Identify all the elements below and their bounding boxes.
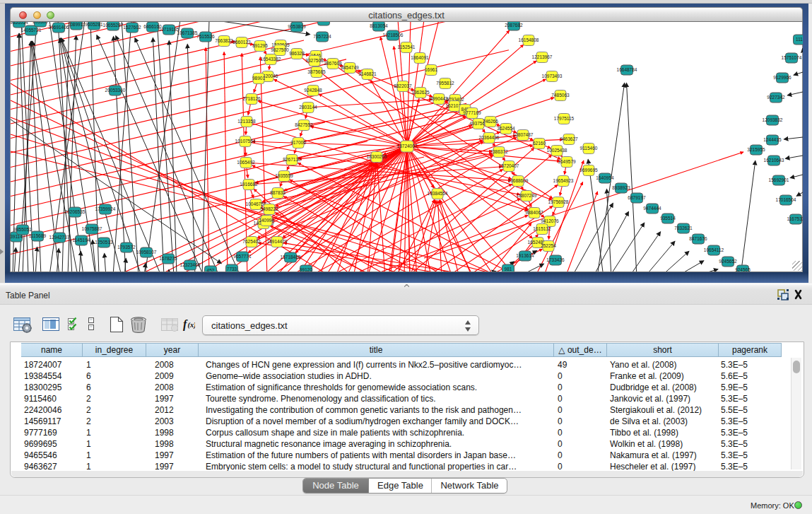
- svg-text:111: 111: [796, 37, 803, 42]
- svg-text:1935559: 1935559: [275, 173, 293, 178]
- svg-text:18724007: 18724007: [397, 144, 418, 148]
- svg-text:62160: 62160: [533, 141, 546, 146]
- svg-text:7625402: 7625402: [242, 239, 261, 244]
- svg-text:1089911: 1089911: [68, 22, 86, 27]
- svg-text:18807249: 18807249: [517, 193, 537, 198]
- svg-text:891295: 891295: [252, 43, 268, 48]
- svg-text:9605281: 9605281: [85, 22, 103, 27]
- svg-text:10975887: 10975887: [82, 226, 102, 231]
- svg-text:16154808: 16154808: [519, 37, 539, 42]
- svg-text:3875685: 3875685: [307, 69, 326, 74]
- svg-text:9146821: 9146821: [358, 71, 377, 76]
- svg-text:18300295: 18300295: [367, 154, 387, 159]
- svg-text:10973493: 10973493: [542, 74, 563, 78]
- svg-text:1065492: 1065492: [237, 160, 255, 165]
- svg-text:10025438: 10025438: [547, 148, 567, 153]
- svg-text:7386372: 7386372: [490, 149, 508, 154]
- svg-text:6879197: 6879197: [628, 195, 646, 200]
- svg-text:20364436: 20364436: [479, 135, 500, 140]
- svg-text:9245652: 9245652: [719, 259, 737, 264]
- svg-text:19384554: 19384554: [428, 191, 448, 196]
- svg-text:1213358: 1213358: [237, 119, 256, 124]
- svg-text:9855051: 9855051: [13, 227, 32, 232]
- svg-text:2087682: 2087682: [505, 23, 523, 28]
- svg-text:8427552: 8427552: [295, 122, 313, 127]
- svg-text:9827500: 9827500: [271, 47, 289, 52]
- svg-text:8267130: 8267130: [283, 157, 301, 162]
- svg-text:1733426: 1733426: [546, 257, 565, 262]
- svg-text:1167533: 1167533: [787, 216, 803, 221]
- svg-text:12323468: 12323468: [180, 262, 201, 267]
- svg-text:2867608: 2867608: [324, 61, 342, 66]
- svg-text:1640954: 1640954: [596, 175, 614, 180]
- svg-text:8822037: 8822037: [394, 83, 412, 88]
- svg-text:9777169: 9777169: [463, 110, 481, 115]
- svg-text:3624554: 3624554: [497, 126, 515, 131]
- svg-text:746266: 746266: [483, 119, 498, 124]
- svg-text:16648784: 16648784: [617, 67, 637, 72]
- svg-text:10671385: 10671385: [177, 30, 198, 35]
- svg-text:8660123: 8660123: [233, 40, 251, 45]
- svg-text:452: 452: [207, 268, 215, 271]
- svg-text:935514: 935514: [660, 216, 676, 221]
- svg-text:5498222: 5498222: [260, 206, 278, 211]
- svg-text:8813054: 8813054: [370, 23, 388, 28]
- svg-text:1615132: 1615132: [533, 226, 551, 231]
- svg-text:140994: 140994: [259, 218, 274, 223]
- svg-text:1678275: 1678275: [159, 256, 177, 261]
- svg-text:9053809: 9053809: [288, 24, 306, 29]
- svg-text:8454749: 8454749: [341, 65, 359, 70]
- svg-text:10046758: 10046758: [246, 201, 266, 206]
- svg-text:15692901: 15692901: [769, 177, 789, 182]
- svg-text:7663822: 7663822: [215, 38, 233, 43]
- svg-text:1115689: 1115689: [29, 233, 47, 238]
- svg-text:2718126: 2718126: [242, 96, 261, 101]
- svg-text:10719185: 10719185: [159, 27, 180, 32]
- svg-text:8471676: 8471676: [689, 236, 707, 241]
- svg-text:8990443: 8990443: [430, 96, 448, 101]
- svg-text:7733: 7733: [227, 267, 237, 271]
- svg-text:7357224: 7357224: [313, 34, 331, 39]
- svg-text:10655287: 10655287: [103, 23, 124, 28]
- svg-text:20691406: 20691406: [49, 25, 69, 30]
- svg-text:99120: 99120: [300, 267, 312, 271]
- svg-text:1152541: 1152541: [398, 45, 416, 49]
- svg-text:12213967: 12213967: [532, 54, 553, 59]
- svg-text:9327508: 9327508: [305, 58, 324, 63]
- svg-text:20206535: 20206535: [65, 209, 86, 214]
- svg-text:17975115: 17975115: [554, 116, 575, 121]
- svg-text:10688609: 10688609: [508, 178, 529, 183]
- svg-text:1145194: 1145194: [73, 238, 90, 243]
- svg-text:1649579: 1649579: [558, 159, 576, 164]
- svg-text:1244415: 1244415: [763, 137, 782, 142]
- svg-text:9129966: 9129966: [773, 75, 792, 80]
- svg-text:10654112: 10654112: [704, 247, 724, 252]
- svg-text:1527602: 1527602: [123, 25, 141, 30]
- svg-text:16914479: 16914479: [267, 239, 288, 244]
- svg-text:887833: 887833: [270, 190, 286, 195]
- svg-text:917006: 917006: [290, 140, 306, 145]
- svg-text:9699695: 9699695: [579, 168, 598, 173]
- svg-text:1793572: 1793572: [117, 245, 136, 250]
- svg-text:(x): (x): [188, 321, 196, 329]
- svg-text:252254: 252254: [541, 243, 556, 248]
- svg-text:1913614: 1913614: [516, 253, 534, 258]
- svg-text:15720407: 15720407: [499, 163, 519, 168]
- svg-text:9227342: 9227342: [767, 95, 785, 100]
- svg-text:1362625: 1362625: [411, 90, 430, 95]
- svg-text:17359924: 17359924: [95, 206, 116, 211]
- svg-text:2803144: 2803144: [299, 105, 317, 110]
- svg-text:924565: 924565: [735, 267, 751, 271]
- svg-text:7515526: 7515526: [196, 34, 215, 39]
- svg-text:17016504: 17016504: [776, 197, 796, 202]
- svg-text:1916682: 1916682: [240, 182, 258, 187]
- svg-text:1864091: 1864091: [411, 55, 429, 60]
- svg-text:20053340: 20053340: [105, 88, 126, 93]
- svg-text:14055721: 14055721: [21, 28, 42, 33]
- svg-text:9412076: 9412076: [541, 218, 559, 223]
- svg-text:9884067: 9884067: [525, 210, 543, 215]
- svg-text:9242848: 9242848: [304, 88, 322, 93]
- svg-text:7485063: 7485063: [551, 93, 570, 98]
- svg-text:16961: 16961: [425, 67, 437, 72]
- svg-text:7832621: 7832621: [674, 226, 693, 230]
